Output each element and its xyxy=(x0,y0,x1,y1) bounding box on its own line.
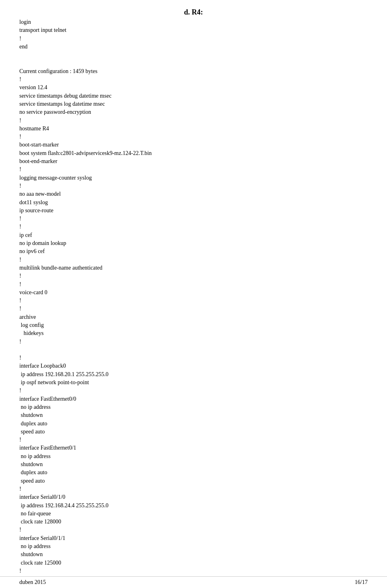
config-line: ! xyxy=(19,117,368,125)
config-line: clock rate 128000 xyxy=(19,518,368,526)
config-line: ! xyxy=(19,182,368,190)
config-line: no service password-encryption xyxy=(19,108,368,116)
config-line: ! xyxy=(19,354,368,362)
config-line: boot-start-marker xyxy=(19,141,368,149)
config-line: shutdown xyxy=(19,460,368,469)
config-line: boot system flash:c2801-advipservicesk9-… xyxy=(19,149,368,157)
config-line: no aaa new-model xyxy=(19,190,368,198)
config-line: no ip domain lookup xyxy=(19,239,368,247)
config-line: shutdown xyxy=(19,411,368,419)
config-line: multilink bundle-name authenticated xyxy=(19,264,368,272)
config-line: ! xyxy=(19,256,368,264)
config-line: hidekeys xyxy=(19,329,368,337)
config-line: version 12.4 xyxy=(19,84,368,92)
config-line: speed auto xyxy=(19,477,368,485)
config-line: clock rate 125000 xyxy=(19,559,368,567)
config-line: ! xyxy=(19,436,368,444)
config-line: ! xyxy=(19,280,368,289)
config-line: no fair-queue xyxy=(19,510,368,518)
config-line: ! xyxy=(19,338,368,346)
config-line: Current configuration : 1459 bytes xyxy=(19,67,368,75)
config-line: login xyxy=(19,18,368,26)
config-line: ! xyxy=(19,215,368,223)
config-line: transport input telnet xyxy=(19,26,368,34)
footer-right: 16/17 xyxy=(355,579,368,586)
config-line: ip ospf network point-to-point xyxy=(19,379,368,387)
config-line: ip address 192.168.24.4 255.255.255.0 xyxy=(19,502,368,510)
config-line: archive xyxy=(19,313,368,321)
config-line: ip source-route xyxy=(19,207,368,215)
config-line: interface FastEthernet0/1 xyxy=(19,444,368,452)
config-line: no ip address xyxy=(19,542,368,550)
config-line: no ip address xyxy=(19,403,368,411)
config-line: no ipv6 cef xyxy=(19,247,368,255)
page-content: d. R4: logintransport input telnet!end C… xyxy=(0,0,387,588)
config-line: ! xyxy=(19,272,368,280)
config-line: ! xyxy=(19,567,368,575)
config-line: boot-end-marker xyxy=(19,157,368,165)
config-line: hostname R4 xyxy=(19,125,368,133)
config-line: no ip address xyxy=(19,452,368,460)
config-line: log config xyxy=(19,321,368,329)
config-line: end xyxy=(19,43,368,51)
config-line xyxy=(19,59,368,67)
config-line: ! xyxy=(19,387,368,395)
config-line: ! xyxy=(19,526,368,534)
config-line: ! xyxy=(19,485,368,493)
config-line: logging message-counter syslog xyxy=(19,174,368,182)
config-line: interface Serial0/1/1 xyxy=(19,534,368,542)
section-header: d. R4: xyxy=(19,8,368,17)
footer-left: duben 2015 xyxy=(19,579,46,586)
config-line: ! xyxy=(19,305,368,313)
config-line xyxy=(19,346,368,354)
config-line: duplex auto xyxy=(19,469,368,477)
config-line: shutdown xyxy=(19,550,368,559)
config-line: ! xyxy=(19,133,368,141)
config-line: ! xyxy=(19,297,368,305)
footer: duben 2015 16/17 xyxy=(0,576,387,588)
config-line xyxy=(19,51,368,59)
config-line: speed auto xyxy=(19,428,368,436)
config-line: interface Serial0/1/0 xyxy=(19,493,368,501)
config-block: logintransport input telnet!end Current … xyxy=(19,18,368,588)
config-line: voice-card 0 xyxy=(19,289,368,297)
config-line: service timestamps log datetime msec xyxy=(19,100,368,108)
config-line: interface Loopback0 xyxy=(19,362,368,370)
config-line: duplex auto xyxy=(19,420,368,428)
config-line: service timestamps debug datetime msec xyxy=(19,92,368,100)
config-line: interface FastEthernet0/0 xyxy=(19,395,368,403)
config-line: ip address 192.168.20.1 255.255.255.0 xyxy=(19,370,368,379)
config-line: ip cef xyxy=(19,231,368,239)
config-line: ! xyxy=(19,35,368,43)
config-line: ! xyxy=(19,165,368,174)
config-line: ! xyxy=(19,223,368,231)
config-line: dot11 syslog xyxy=(19,199,368,207)
config-line: ! xyxy=(19,75,368,84)
